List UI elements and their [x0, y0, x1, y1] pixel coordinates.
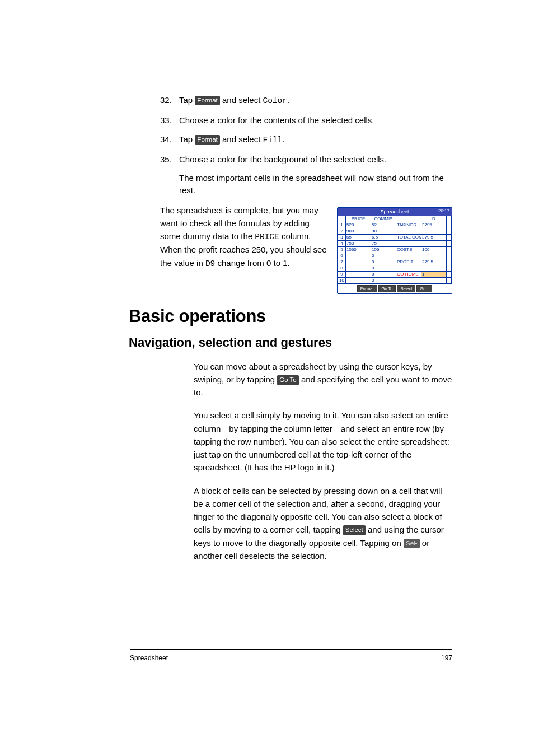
cell — [396, 253, 421, 259]
code-fill: Fill — [263, 136, 283, 144]
code-color: Color — [263, 96, 288, 105]
cell — [447, 265, 452, 271]
goto-button-label: Go To — [277, 375, 298, 385]
softkey: Select — [397, 285, 415, 292]
cell — [447, 259, 452, 265]
section-heading: Basic operations — [129, 306, 452, 326]
row-number: 9 — [338, 271, 346, 277]
col-d: D — [421, 216, 447, 222]
row-number: 7 — [338, 259, 346, 265]
row-number: 3 — [338, 234, 346, 240]
cell — [396, 265, 421, 271]
embedded-screenshot: Spreadsheet 20:17 PRICECOMMISD152052TAKI… — [337, 207, 452, 294]
cell — [447, 253, 452, 259]
cell — [421, 240, 447, 246]
cell — [396, 277, 421, 283]
cell: 6.5 — [371, 234, 396, 240]
cell: 100 — [421, 246, 447, 253]
softkey-row: FormatGo ToSelectGo ↓ — [338, 284, 452, 293]
cell — [396, 228, 421, 234]
corner-cell — [338, 216, 346, 222]
cell: 520 — [346, 222, 371, 228]
row-number: 4 — [338, 240, 346, 246]
cell: 0 — [371, 271, 396, 277]
table-row: 152052TAKINGS3795 — [338, 222, 452, 228]
cell — [421, 265, 447, 271]
cell — [447, 234, 452, 240]
format-button-label: Format — [195, 135, 219, 144]
cell: 0 — [371, 259, 396, 265]
cell: PROFIT — [396, 259, 421, 265]
table-row: 70PROFIT279.5 — [338, 259, 452, 265]
para-text: The spreadsheet is complete, but you may… — [160, 204, 328, 270]
step-number: 35. — [160, 153, 177, 166]
footer-left: Spreadsheet — [130, 654, 168, 662]
sel-dot-button-label: Sel• — [404, 539, 420, 549]
step-number: 32. — [160, 94, 177, 107]
cell: 52 — [371, 222, 396, 228]
step-32: 32. Tap Format and select Color. — [160, 94, 452, 108]
page-footer: Spreadsheet 197 — [130, 654, 452, 662]
cell — [447, 240, 452, 246]
code-price: PRICE — [255, 232, 279, 241]
format-button-label: Format — [195, 96, 219, 105]
cell — [346, 277, 371, 283]
subsection-heading: Navigation, selection and gestures — [129, 335, 452, 350]
select-button-label: Select — [343, 525, 366, 535]
row-number: 1 — [338, 222, 346, 228]
step-text: Choose a color for the contents of the s… — [179, 115, 374, 125]
body-para-3: A block of cells can be selected by pres… — [194, 484, 452, 563]
col-a: PRICE — [346, 216, 371, 222]
step-35: 35. Choose a color for the background of… — [160, 153, 452, 197]
cell — [447, 246, 452, 253]
footer-rule — [130, 649, 452, 650]
step-text: Tap Format and select Fill. — [179, 134, 284, 144]
col-c — [396, 216, 421, 222]
table-row: 80 — [338, 265, 452, 271]
softkey: Format — [357, 285, 377, 292]
cell — [396, 240, 421, 246]
screenshot-titlebar: Spreadsheet 20:17 — [338, 208, 452, 216]
cell: 0 — [371, 277, 396, 283]
cell — [447, 271, 452, 277]
cell — [447, 228, 452, 234]
cell — [346, 271, 371, 277]
cell — [421, 253, 447, 259]
table-row: 51560156COSTS100 — [338, 246, 452, 253]
cell — [346, 259, 371, 265]
softkey: Go ↓ — [416, 285, 432, 292]
cell: 279.5 — [421, 259, 447, 265]
table-row: 290090 — [338, 228, 452, 234]
footer-right: 197 — [441, 654, 452, 662]
cell — [421, 277, 447, 283]
table-row: 100 — [338, 277, 452, 283]
row-number: 6 — [338, 253, 346, 259]
step-33: 33. Choose a color for the contents of t… — [160, 114, 452, 127]
cell: TOTAL COMMIS — [396, 234, 421, 240]
cell: 1560 — [346, 246, 371, 253]
cell: 0 — [371, 253, 396, 259]
para-with-screenshot: The spreadsheet is complete, but you may… — [160, 205, 452, 294]
table-row: 60 — [338, 253, 452, 259]
cell: 900 — [346, 228, 371, 234]
row-number: 2 — [338, 228, 346, 234]
softkey: Go To — [378, 285, 396, 292]
cell: 3795 — [421, 222, 447, 228]
cell — [447, 222, 452, 228]
cell: 156 — [371, 246, 396, 253]
cell: TAKINGS — [396, 222, 421, 228]
step-text: Choose a color for the background of the… — [179, 155, 386, 164]
cell: 750 — [346, 240, 371, 246]
cell: 75 — [371, 240, 396, 246]
cell: 1 — [421, 271, 447, 277]
cell — [346, 265, 371, 271]
screenshot-time: 20:17 — [438, 208, 449, 214]
code-d9: D9 — [205, 259, 215, 268]
step-34: 34. Tap Format and select Fill. — [160, 133, 452, 147]
cell: 90 — [371, 228, 396, 234]
cell: 65 — [346, 234, 371, 240]
step-number: 34. — [160, 133, 177, 146]
col-b: COMMIS — [371, 216, 396, 222]
cell: 379.5 — [421, 234, 447, 240]
body-para-2: You select a cell simply by moving to it… — [194, 409, 452, 474]
